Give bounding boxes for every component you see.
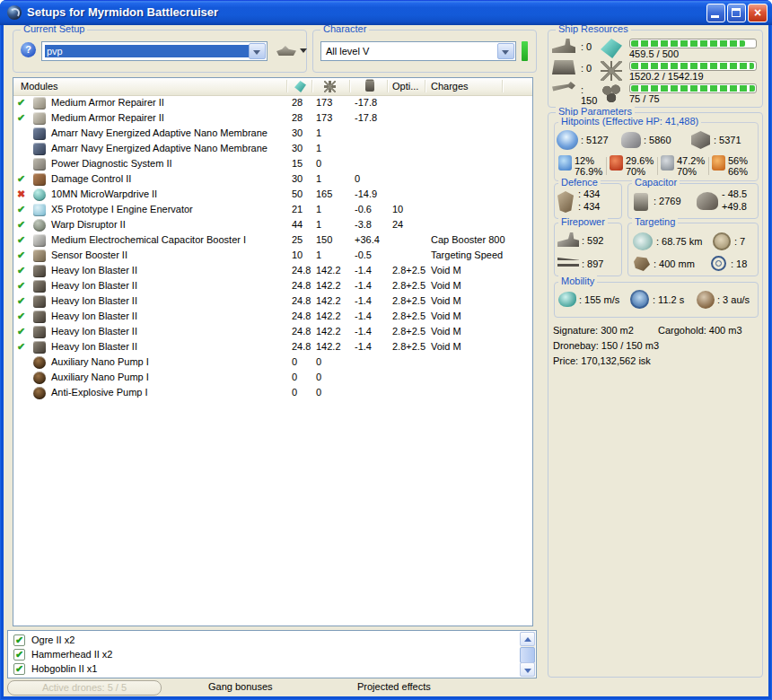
module-name: Amarr Navy Energized Adaptive Nano Membr… [51, 143, 268, 153]
module-charge: Void M [431, 341, 461, 352]
module-row[interactable]: ✔Sensor Booster II101-0.5Targeting Speed [13, 248, 532, 263]
resource-bar [629, 61, 757, 71]
scan-resolution-value: : 400 mm [654, 258, 695, 269]
defence-group: Defence : 434 : 434 [554, 183, 622, 219]
check-icon: ✔ [17, 280, 30, 291]
scroll-down-button[interactable] [520, 662, 535, 677]
hardpoint-row: : 150 [548, 80, 601, 101]
modules-list-header[interactable]: Modules Opti... Charges [13, 78, 532, 96]
ship-icon [276, 46, 296, 56]
module-row[interactable]: ✔Medium Electrochemical Capacitor Booste… [13, 232, 532, 248]
module-charge: Void M [431, 265, 461, 276]
module-cap-use: 0 [355, 173, 360, 184]
drone-row[interactable]: ✔Hobgoblin II x1 [8, 662, 520, 677]
maximize-button[interactable] [727, 4, 746, 22]
armor-repairer-icon [33, 112, 46, 125]
blaster-icon [33, 295, 46, 308]
module-row[interactable]: ✔Medium Armor Repairer II28173-17.8 [13, 95, 532, 110]
modules-column-header: Modules [21, 81, 58, 92]
module-cap-use: -1.4 [355, 311, 372, 321]
module-row[interactable]: ✔Heavy Ion Blaster II24.8142.2-1.42.8+2.… [13, 263, 532, 278]
character-label: Character [320, 25, 369, 34]
module-row[interactable]: ✔Heavy Ion Blaster II24.8142.2-1.42.8+2.… [13, 278, 532, 293]
close-button[interactable]: × [748, 4, 768, 22]
targeting-range-icon [633, 232, 653, 250]
module-cpu: 30 [292, 143, 303, 153]
module-powergrid: 0 [316, 387, 321, 398]
module-cap-use: -1.4 [355, 295, 372, 306]
character-combobox[interactable]: All level V [320, 41, 516, 61]
tab-gang-bonuses[interactable]: Gang bonuses [208, 681, 273, 692]
module-optimal: 10 [392, 204, 403, 214]
module-cpu: 50 [292, 188, 303, 199]
drone-checkbox[interactable]: ✔ [13, 649, 25, 661]
module-row[interactable]: ✖10MN MicroWarpdrive II50165-14.9 [13, 187, 532, 202]
module-row[interactable]: ✔Medium Armor Repairer II28173-17.8 [13, 110, 532, 126]
column-separator [311, 80, 312, 92]
check-icon: ✔ [17, 234, 30, 245]
align-time-icon [630, 290, 649, 309]
chevron-down-icon [300, 48, 307, 53]
cap-booster-icon [33, 234, 46, 247]
module-row[interactable]: ✔Damage Control II3010 [13, 171, 532, 187]
damage-control-icon [33, 173, 46, 186]
module-row[interactable]: ✔Heavy Ion Blaster II24.8142.2-1.42.8+2.… [13, 293, 532, 309]
column-separator [425, 80, 425, 92]
module-name: Heavy Ion Blaster II [51, 311, 137, 321]
capacitor-column-icon [365, 81, 374, 92]
module-row[interactable]: Auxiliary Nano Pump I00 [13, 354, 532, 370]
em-resist-icon [558, 155, 572, 171]
ship-menu-button[interactable] [275, 40, 309, 62]
resource-bar-fill [631, 63, 754, 69]
module-row[interactable]: ✔Heavy Ion Blaster II24.8142.2-1.42.8+2.… [13, 309, 532, 324]
max-targets-icon [711, 256, 726, 271]
module-cap-use: -0.6 [355, 204, 372, 214]
tab-active-drones[interactable]: Active drones: 5 / 5 [7, 680, 162, 696]
tab-projected-effects[interactable]: Projected effects [357, 681, 431, 692]
scroll-thumb[interactable] [520, 647, 535, 663]
module-cap-use: -1.4 [355, 280, 372, 291]
module-row[interactable]: Power Diagnostic System II150 [13, 156, 532, 171]
drone-checkbox[interactable]: ✔ [13, 663, 25, 675]
module-cpu: 24.8 [292, 311, 311, 321]
mobility-label: Mobility [558, 276, 597, 286]
current-setup-label: Current Setup [21, 25, 87, 34]
module-cap-use: -1.4 [355, 341, 372, 352]
check-icon: ✔ [17, 341, 30, 352]
minimize-button[interactable] [706, 4, 725, 22]
check-icon: ✔ [17, 295, 30, 306]
module-powergrid: 173 [316, 112, 332, 123]
dps-value: : 897 [582, 258, 603, 269]
check-icon: ✔ [17, 219, 30, 230]
client-area: Current Setup ? pvp Character All level … [4, 25, 768, 696]
module-powergrid: 0 [316, 356, 321, 367]
module-row[interactable]: ✔Heavy Ion Blaster II24.8142.2-1.42.8+2.… [13, 339, 532, 354]
character-combobox-dropdown[interactable] [497, 43, 514, 59]
module-row[interactable]: ✔Warp Disruptor II441-3.824 [13, 217, 532, 232]
drone-row[interactable]: ✔Hammerhead II x2 [8, 648, 520, 662]
drones-scrollbar[interactable] [520, 632, 535, 677]
module-name: Heavy Ion Blaster II [51, 341, 137, 352]
module-optimal: 2.8+2.5 [392, 295, 425, 306]
module-row[interactable]: Amarr Navy Energized Adaptive Nano Membr… [13, 126, 532, 141]
title-bar[interactable]: Setups for Myrmidon Battlecruiser × [0, 0, 772, 25]
capacitor-delta-out: - 48.5 [722, 188, 747, 199]
module-row[interactable]: Auxiliary Nano Pump I00 [13, 370, 532, 385]
module-row[interactable]: Amarr Navy Energized Adaptive Nano Membr… [13, 141, 532, 156]
blaster-icon [33, 311, 46, 323]
module-row[interactable]: Anti-Explosive Pump I00 [13, 385, 532, 400]
warp-speed-icon [697, 291, 715, 309]
nano-pump-icon [33, 372, 46, 384]
module-row[interactable]: ✔Heavy Ion Blaster II24.8142.2-1.42.8+2.… [13, 324, 532, 339]
module-optimal: 24 [392, 219, 403, 230]
setup-combobox-dropdown[interactable] [249, 43, 266, 59]
setup-combobox[interactable]: pvp [41, 41, 268, 61]
help-icon[interactable]: ? [21, 42, 36, 57]
check-icon: ✔ [17, 173, 30, 184]
scroll-up-button[interactable] [520, 632, 535, 646]
module-name: Heavy Ion Blaster II [51, 326, 137, 337]
module-row[interactable]: ✔X5 Prototype I Engine Enervator211-0.61… [13, 202, 532, 217]
drone-checkbox[interactable]: ✔ [13, 634, 25, 646]
module-cap-use: -17.8 [355, 112, 377, 123]
drone-row[interactable]: ✔Ogre II x2 [8, 634, 520, 648]
